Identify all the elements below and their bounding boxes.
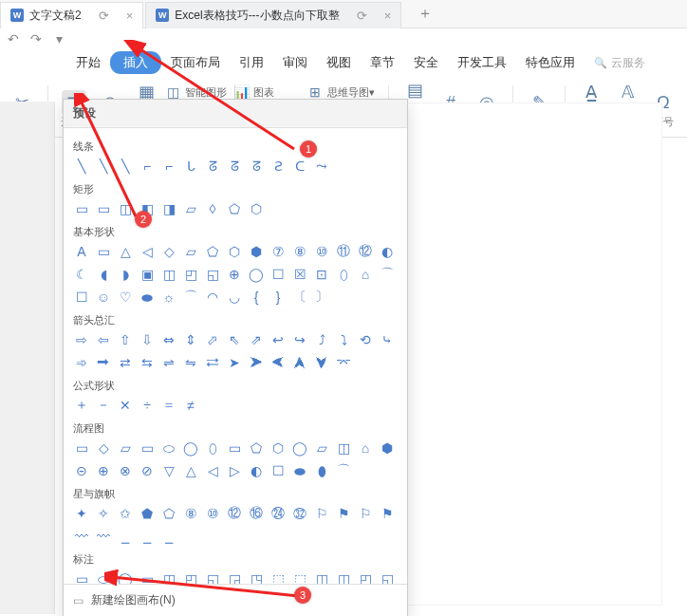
shape-item[interactable]: ◱	[204, 266, 221, 283]
cloud-search-input[interactable]: 云服务	[594, 55, 645, 71]
close-icon[interactable]: ⟳	[357, 9, 367, 23]
shape-item[interactable]: ⌒	[379, 266, 396, 283]
shape-item[interactable]: ⌤	[335, 354, 352, 371]
shape-item[interactable]: ᘔ	[204, 158, 221, 175]
shape-item[interactable]: ⚐	[313, 505, 330, 522]
shape-item[interactable]: ♡	[117, 289, 134, 306]
shape-item[interactable]: ↩	[269, 331, 287, 348]
shape-item[interactable]: ✧	[95, 505, 112, 522]
shape-item[interactable]: ⤳	[313, 158, 330, 175]
shape-item[interactable]: ▱	[117, 439, 134, 457]
shape-item[interactable]: ✕	[117, 397, 134, 414]
shape-item[interactable]: ⇖	[226, 331, 243, 348]
shape-item[interactable]: ➤	[226, 354, 243, 371]
shape-item[interactable]: ◐	[379, 243, 396, 260]
shape-item[interactable]: ⊕	[226, 266, 243, 283]
shape-item[interactable]: ⮞	[248, 354, 265, 371]
menu-开始[interactable]: 开始	[66, 50, 110, 75]
menu-视图[interactable]: 视图	[317, 50, 361, 75]
shape-item[interactable]: ▣	[139, 266, 156, 283]
shape-item[interactable]: ↪	[291, 331, 308, 348]
shape-item[interactable]: ◯	[117, 570, 134, 584]
shape-item[interactable]: ⑫	[226, 505, 243, 522]
menu-页面布局[interactable]: 页面布局	[161, 50, 230, 75]
shape-item[interactable]: ◱	[204, 570, 221, 584]
menu-开发工具[interactable]: 开发工具	[448, 50, 516, 75]
shape-item[interactable]: }	[269, 289, 287, 306]
menu-特色应用[interactable]: 特色应用	[516, 50, 585, 75]
shape-item[interactable]: ⎯	[160, 528, 177, 545]
shape-item[interactable]: ▭	[73, 570, 90, 584]
shape-item[interactable]: ＋	[73, 397, 90, 414]
shape-item[interactable]: ㉔	[269, 505, 287, 522]
shape-item[interactable]: ⬬	[139, 289, 156, 306]
shape-item[interactable]: ⌒	[335, 462, 352, 479]
shape-item[interactable]: ◱	[379, 570, 396, 584]
tab-doc-2[interactable]: W Excel表格技巧---小数点向下取整 ⟳ ×	[145, 2, 401, 28]
shape-item[interactable]: Ƨ	[269, 158, 287, 175]
shape-item[interactable]: ◇	[160, 243, 177, 260]
shape-item[interactable]: ⬭	[160, 439, 177, 457]
shape-item[interactable]: ⑪	[335, 243, 352, 260]
shape-item[interactable]: ᘔ	[226, 158, 243, 175]
shape-item[interactable]: ⮜	[269, 354, 287, 371]
shape-item[interactable]: ⇌	[160, 354, 177, 371]
qat-dropdown-icon[interactable]: ▾	[51, 31, 66, 47]
shape-item[interactable]: ≠	[182, 397, 199, 414]
shape-item[interactable]: ▽	[160, 462, 177, 479]
tab-add-button[interactable]: ＋	[418, 4, 433, 24]
shape-item[interactable]: ⤷	[379, 331, 396, 348]
shape-item[interactable]: ⊡	[313, 266, 330, 283]
shape-item[interactable]: ⌒	[182, 289, 199, 306]
shape-item[interactable]: 〰	[73, 528, 90, 545]
shape-item[interactable]: ᑕ	[291, 158, 308, 175]
shape-item[interactable]: ᒐ	[182, 158, 199, 175]
shape-item[interactable]: ÷	[139, 397, 156, 414]
shape-item[interactable]: {	[248, 289, 265, 306]
shape-item[interactable]: ▱	[313, 439, 330, 457]
shape-item[interactable]: △	[182, 462, 199, 479]
shape-item[interactable]: ◗	[117, 266, 134, 283]
shape-item[interactable]: ☾	[73, 266, 90, 283]
shape-item[interactable]: ◁	[139, 243, 156, 260]
menu-章节[interactable]: 章节	[361, 50, 404, 75]
shape-item[interactable]: ╲	[73, 158, 90, 175]
shape-item[interactable]: ⬟	[139, 505, 156, 522]
shape-item[interactable]: ◯	[291, 439, 308, 457]
shape-item[interactable]: ⌐	[139, 158, 156, 175]
shape-item[interactable]: ⌂	[357, 439, 374, 457]
shape-item[interactable]: ▭	[95, 200, 112, 217]
shape-item[interactable]: A	[73, 243, 90, 260]
shape-item[interactable]: ⬡	[248, 200, 265, 217]
shape-item[interactable]: ⇩	[139, 331, 156, 348]
shape-item[interactable]: 〕	[313, 289, 330, 306]
shape-item[interactable]: ⬬	[291, 462, 308, 479]
shapes-panel-body[interactable]: 线条╲╲╲⌐⌐ᒐᘔᘔᘔƧᑕ⤳矩形▭▭◫◧◨▱◊⬠⬡基本形状A▭△◁◇▱⬠⬡⬢⑦⑧…	[64, 128, 407, 584]
shape-item[interactable]: ⬠	[226, 200, 243, 217]
shape-item[interactable]: ⬯	[335, 266, 352, 283]
shape-item[interactable]: ⊗	[117, 462, 134, 479]
shape-item[interactable]: ☼	[160, 289, 177, 306]
shape-item[interactable]: ◰	[182, 266, 199, 283]
shape-item[interactable]: ╲	[95, 158, 112, 175]
shape-item[interactable]: ◰	[357, 570, 374, 584]
shape-item[interactable]: ⬀	[204, 331, 221, 348]
menu-插入[interactable]: 插入	[110, 51, 161, 74]
close-icon[interactable]: ⟳	[99, 9, 109, 23]
shape-item[interactable]: ⬠	[204, 243, 221, 260]
undo-icon[interactable]: ↶	[6, 31, 21, 47]
shape-item[interactable]: ⑧	[182, 505, 199, 522]
shape-item[interactable]: ◰	[182, 570, 199, 584]
shape-item[interactable]: ➾	[73, 354, 90, 371]
shape-item[interactable]: 〔	[291, 289, 308, 306]
shape-item[interactable]: ⊝	[73, 462, 90, 479]
shape-item[interactable]: ⬢	[248, 243, 265, 260]
new-canvas-button[interactable]: ▭ 新建绘图画布(N)	[64, 584, 407, 616]
menu-引用[interactable]: 引用	[230, 50, 273, 75]
shape-item[interactable]: ☐	[269, 462, 287, 479]
shape-item[interactable]: ⤴	[313, 331, 330, 348]
shape-item[interactable]: ⬡	[269, 439, 287, 457]
shape-item[interactable]: －	[95, 397, 112, 414]
shape-item[interactable]: △	[117, 243, 134, 260]
shape-item[interactable]: ⇔	[160, 331, 177, 348]
